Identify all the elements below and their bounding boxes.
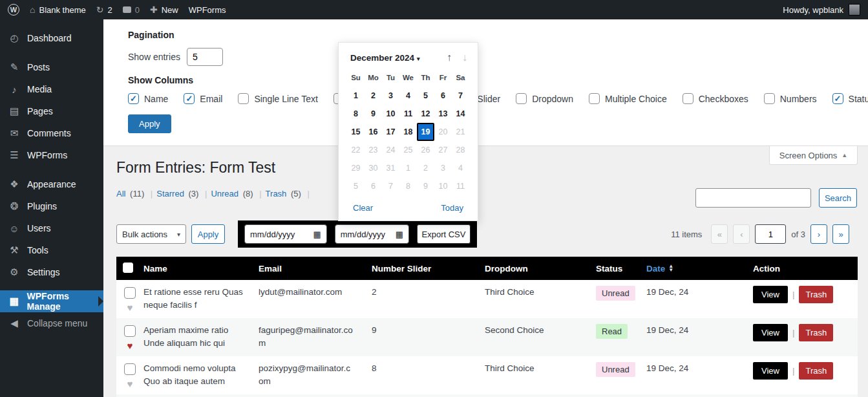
column-checkbox[interactable]: Name [128, 93, 168, 104]
next-page-button[interactable]: › [810, 224, 827, 244]
calendar-day[interactable]: 10 [382, 105, 399, 123]
updates-link[interactable]: ↻ 2 [96, 5, 112, 15]
next-month-arrow-icon[interactable]: ↓ [462, 52, 467, 63]
calendar-day[interactable]: 8 [347, 105, 365, 123]
export-csv-button[interactable]: Export CSV [417, 224, 471, 244]
calendar-day[interactable]: 22 [347, 141, 365, 159]
column-checkbox[interactable]: Single Line Text [238, 93, 318, 104]
calendar-day[interactable]: 8 [399, 177, 417, 195]
calendar-day[interactable]: 7 [382, 177, 399, 195]
calendar-day[interactable]: 17 [382, 123, 399, 141]
cell-name[interactable]: Commodi nemo volupta Quo ab itaque autem [143, 362, 259, 388]
column-checkbox[interactable]: Numbers [764, 93, 817, 104]
calendar-icon[interactable]: ▦ [396, 230, 403, 239]
calendar-day[interactable]: 25 [399, 141, 417, 159]
view-button[interactable]: View [753, 324, 788, 341]
star-heart-icon[interactable]: ♥ [127, 303, 133, 312]
column-checkbox[interactable]: Status [832, 93, 868, 104]
sidebar-item[interactable]: ☺ Users [0, 217, 103, 239]
sidebar-item[interactable]: ▤ Pages [0, 100, 103, 122]
cell-name[interactable]: Aperiam maxime ratio Unde aliquam hic qu… [143, 324, 259, 350]
star-heart-icon[interactable]: ♥ [127, 341, 133, 350]
checkbox-icon[interactable] [683, 93, 693, 104]
calendar-day[interactable]: 1 [399, 159, 417, 177]
calendar-day[interactable]: 21 [452, 123, 469, 141]
date-to-input[interactable]: mm/dd/yyyy ▦ [335, 224, 409, 244]
sidebar-item[interactable]: ❂ Plugins [0, 195, 103, 217]
trash-button[interactable]: Trash [799, 286, 833, 303]
current-page-input[interactable] [755, 224, 786, 244]
calendar-day[interactable]: 11 [399, 105, 417, 123]
header-date-sort[interactable]: Date ▲▼ [646, 264, 753, 274]
datepicker-clear-link[interactable]: Clear [353, 203, 373, 213]
calendar-day[interactable]: 2 [417, 159, 434, 177]
calendar-day[interactable]: 6 [434, 87, 452, 105]
calendar-day[interactable]: 11 [452, 177, 469, 195]
calendar-day[interactable]: 9 [365, 105, 382, 123]
calendar-day[interactable]: 29 [347, 159, 365, 177]
sidebar-item[interactable]: ◀ Collapse menu [0, 312, 103, 334]
sidebar-item[interactable]: ♪ Media [0, 78, 103, 100]
search-input[interactable] [695, 188, 811, 208]
checkbox-icon[interactable] [128, 93, 139, 104]
datepicker-today-link[interactable]: Today [441, 203, 463, 213]
cell-name[interactable]: Et ratione esse reru Quas neque facilis … [143, 286, 259, 312]
calendar-day[interactable]: 3 [434, 159, 452, 177]
first-page-button[interactable]: « [711, 224, 728, 244]
filter-link[interactable]: All [116, 189, 125, 198]
sidebar-item[interactable]: ⚙ Settings [0, 261, 103, 283]
column-checkbox[interactable]: Multiple Choice [589, 93, 667, 104]
calendar-day[interactable]: 4 [452, 159, 469, 177]
checkbox-icon[interactable] [516, 93, 527, 104]
sidebar-item[interactable]: ☰ WPForms [0, 144, 103, 166]
calendar-day[interactable]: 26 [417, 141, 434, 159]
calendar-day[interactable]: 18 [399, 123, 417, 141]
calendar-day[interactable]: 1 [347, 87, 365, 105]
calendar-day[interactable]: 5 [347, 177, 365, 195]
calendar-day[interactable]: 24 [382, 141, 399, 159]
calendar-day[interactable]: 6 [365, 177, 382, 195]
trash-button[interactable]: Trash [799, 362, 833, 380]
comments-link[interactable]: 0 [123, 5, 140, 15]
sidebar-item[interactable]: ▦ WPForms Manage [0, 290, 103, 312]
calendar-day[interactable]: 31 [382, 159, 399, 177]
bulk-actions-select[interactable]: Bulk actions ▾ [116, 224, 186, 244]
column-checkbox[interactable]: Checkboxes [683, 93, 748, 104]
checkbox-icon[interactable] [184, 93, 195, 104]
howdy-user-link[interactable]: Howdy, wpblank [783, 5, 843, 15]
calendar-day[interactable]: 7 [452, 87, 469, 105]
prev-month-arrow-icon[interactable]: ↑ [447, 52, 452, 63]
sidebar-item[interactable]: ✉ Comments [0, 122, 103, 144]
trash-button[interactable]: Trash [799, 324, 833, 341]
star-heart-icon[interactable]: ♥ [127, 380, 133, 389]
sidebar-item[interactable]: ❖ Appearance [0, 173, 103, 195]
calendar-day[interactable]: 19 [417, 123, 434, 141]
row-checkbox[interactable] [124, 363, 136, 375]
calendar-day[interactable]: 28 [452, 141, 469, 159]
view-button[interactable]: View [753, 286, 788, 303]
column-checkbox[interactable]: Dropdown [516, 93, 573, 104]
calendar-day[interactable]: 30 [365, 159, 382, 177]
calendar-day[interactable]: 20 [434, 123, 452, 141]
checkbox-icon[interactable] [832, 93, 843, 104]
search-button[interactable]: Search [819, 188, 857, 208]
sidebar-item[interactable]: ◴ Dashboard [0, 27, 103, 49]
calendar-day[interactable]: 15 [347, 123, 365, 141]
screen-options-tab[interactable]: Screen Options ▲ [769, 146, 858, 165]
row-checkbox[interactable] [124, 325, 136, 337]
select-all-checkbox[interactable] [123, 263, 133, 273]
month-year-dropdown[interactable]: December 2024▾ [350, 53, 420, 63]
prev-page-button[interactable]: ‹ [733, 224, 750, 244]
calendar-day[interactable]: 12 [417, 105, 434, 123]
wordpress-menu[interactable]: W [8, 4, 19, 16]
last-page-button[interactable]: » [832, 224, 849, 244]
entries-per-page-input[interactable] [187, 48, 223, 66]
date-from-input[interactable]: mm/dd/yyyy ▦ [244, 224, 327, 244]
row-checkbox[interactable] [124, 287, 136, 299]
checkbox-icon[interactable] [238, 93, 249, 104]
calendar-day[interactable]: 13 [434, 105, 452, 123]
view-button[interactable]: View [753, 362, 788, 380]
calendar-day[interactable]: 2 [365, 87, 382, 105]
filter-link[interactable]: Trash [266, 189, 287, 198]
sidebar-item[interactable]: ✎ Posts [0, 56, 103, 78]
